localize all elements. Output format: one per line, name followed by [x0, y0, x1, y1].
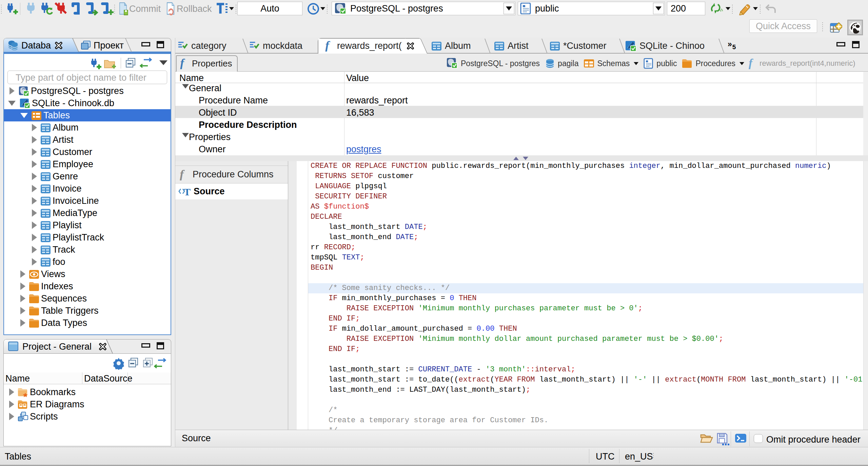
svg-text:f: f: [749, 58, 753, 69]
svg-text:f: f: [325, 40, 330, 52]
svg-text:T: T: [184, 186, 191, 197]
svg-text:f: f: [180, 169, 185, 180]
svg-text:f: f: [180, 58, 185, 69]
